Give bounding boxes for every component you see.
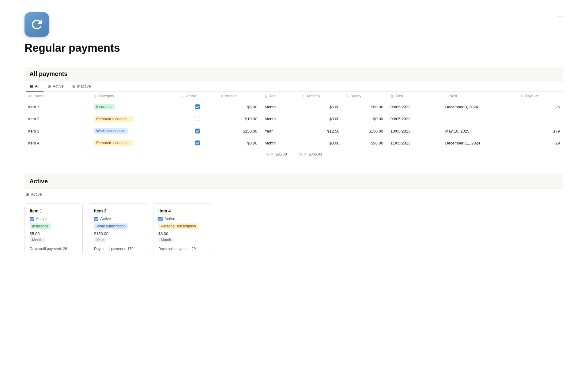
cell-amount-2: $150.00 — [217, 125, 261, 137]
card-tag-0: Insurance — [30, 223, 77, 229]
cell-amount-0: $5.00 — [217, 101, 261, 113]
cell-name-2: Item 3 — [24, 125, 90, 137]
tab-active-icon: ⊞ — [48, 84, 51, 88]
payments-tabs: ⊞ All ⊞ Active ⊞ Inactive — [24, 81, 564, 92]
active-section-title: Active — [24, 174, 564, 189]
card-active-label-1: Active — [100, 216, 111, 221]
cell-per-2: Year — [261, 125, 299, 137]
cell-first-2: 10/05/2023 — [387, 125, 442, 137]
tab-all[interactable]: ⊞ All — [26, 81, 43, 92]
card-active-row-1: Active — [94, 216, 142, 221]
page-title: Regular payments — [24, 42, 564, 54]
cell-name-3: Item 4 — [24, 137, 90, 149]
category-tag-3: Personal subscripti... — [94, 140, 133, 146]
table-row: Item 2 Personal subscripti... $10.00 Mon… — [24, 113, 564, 125]
cell-monthly-0: $5.00 — [299, 101, 343, 113]
tab-active[interactable]: ⊞ Active — [43, 81, 68, 92]
active-view-label: ⊞ Active — [24, 189, 564, 200]
cell-category-1: Personal subscripti... — [90, 113, 178, 125]
card-per-2: Month — [158, 238, 173, 242]
th-amount: # Amount — [217, 92, 261, 101]
cell-first-0: 08/05/2023 — [387, 101, 442, 113]
cell-active-0[interactable] — [178, 101, 217, 113]
page-header: Regular payments — [24, 12, 564, 54]
card-checkbox-0[interactable] — [30, 217, 34, 221]
category-tag-1: Personal subscripti... — [94, 116, 133, 122]
cell-first-3: 11/05/2023 — [387, 137, 442, 149]
tab-inactive[interactable]: ⊞ Inactive — [68, 81, 95, 92]
active-checkbox-3[interactable] — [195, 140, 200, 145]
tab-inactive-icon: ⊞ — [72, 84, 75, 88]
cell-amount-3: $8.00 — [217, 137, 261, 149]
cell-active-3[interactable] — [178, 137, 217, 149]
table-row: Item 3 Work subscription $150.00 Year $1… — [24, 125, 564, 137]
refresh-icon — [29, 17, 44, 32]
card-checkbox-2[interactable] — [158, 217, 163, 221]
cell-next-0: December 8, 2024 — [442, 101, 517, 113]
active-checkbox-2[interactable] — [195, 129, 200, 133]
card-tag-1: Work subscription — [94, 223, 142, 229]
th-yearly: Σ Yearly — [343, 92, 387, 101]
sum-monthly: SUM $25.50 — [266, 152, 287, 156]
cell-monthly-3: $8.00 — [299, 137, 343, 149]
cell-active-1[interactable] — [178, 113, 217, 125]
cell-next-3: December 11, 2024 — [442, 137, 517, 149]
tab-all-icon: ⊞ — [30, 84, 33, 88]
th-active: ✓ Active — [178, 92, 217, 101]
cell-amount-1: $10.00 — [217, 113, 261, 125]
cell-next-1 — [442, 113, 517, 125]
card-active-row-2: Active — [158, 216, 206, 221]
active-card-2: Item 4 Active Personal subscription $8.0… — [153, 203, 211, 256]
active-checkbox-1[interactable] — [195, 116, 200, 121]
minimize-button[interactable]: — — [557, 12, 564, 19]
cell-daysleft-1 — [517, 113, 564, 125]
card-per-0: Month — [30, 238, 45, 242]
table-row: Item 1 Insurance $5.00 Month $5.00 $60.0… — [24, 101, 564, 113]
tab-inactive-label: Inactive — [77, 84, 91, 88]
cell-per-3: Month — [261, 137, 299, 149]
cell-first-1: 09/05/2023 — [387, 113, 442, 125]
th-category: ◎ Category — [90, 92, 178, 101]
cell-yearly-1: $0.00 — [343, 113, 387, 125]
active-view-icon: ⊞ — [26, 192, 29, 197]
card-amount-0: $5.00 — [30, 231, 77, 236]
cell-category-3: Personal subscripti... — [90, 137, 178, 149]
card-title-2: Item 4 — [158, 208, 206, 213]
payments-table: Aa Name ◎ Category ✓ Active # Amount ◎ — [24, 92, 564, 149]
active-card-0: Item 1 Active Insurance $5.00 Month Days… — [24, 203, 83, 256]
tab-active-label: Active — [53, 84, 63, 88]
sum-row: SUM $25.50 SUM $306.00 — [24, 149, 564, 159]
card-checkbox-1[interactable] — [94, 217, 98, 221]
category-tag-2: Work subscription — [94, 128, 128, 134]
cell-daysleft-0: 26 — [517, 101, 564, 113]
card-amount-2: $8.00 — [158, 231, 206, 236]
cell-category-0: Insurance — [90, 101, 178, 113]
card-amount-1: $150.00 — [94, 231, 142, 236]
cell-active-2[interactable] — [178, 125, 217, 137]
card-title-0: Item 1 — [30, 208, 77, 213]
cell-daysleft-2: 179 — [517, 125, 564, 137]
all-payments-section: All payments ⊞ All ⊞ Active ⊞ Inactive A… — [24, 67, 564, 159]
th-per: ◎ Per — [261, 92, 299, 101]
th-first: ▦ First — [387, 92, 442, 101]
cell-monthly-2: $12.50 — [299, 125, 343, 137]
th-monthly: Σ Monthly — [299, 92, 343, 101]
th-name: Aa Name — [24, 92, 90, 101]
category-tag-0: Insurance — [94, 104, 115, 110]
table-row: Item 4 Personal subscripti... $8.00 Mont… — [24, 137, 564, 149]
th-daysleft: Σ Days left — [517, 92, 564, 101]
card-days-2: Days until payment: 29 — [158, 247, 206, 251]
tab-all-label: All — [35, 84, 39, 88]
active-checkbox-0[interactable] — [195, 104, 200, 109]
card-days-1: Days until payment: 179 — [94, 247, 142, 251]
cell-per-0: Month — [261, 101, 299, 113]
cell-yearly-2: $150.00 — [343, 125, 387, 137]
app-icon — [24, 12, 49, 37]
cell-monthly-1: $0.00 — [299, 113, 343, 125]
card-active-row-0: Active — [30, 216, 77, 221]
card-title-1: Item 3 — [94, 208, 142, 213]
cell-per-1: Month — [261, 113, 299, 125]
card-tag-2: Personal subscription — [158, 223, 206, 229]
card-days-0: Days until payment: 26 — [30, 247, 77, 251]
th-next: Σ Next — [442, 92, 517, 101]
